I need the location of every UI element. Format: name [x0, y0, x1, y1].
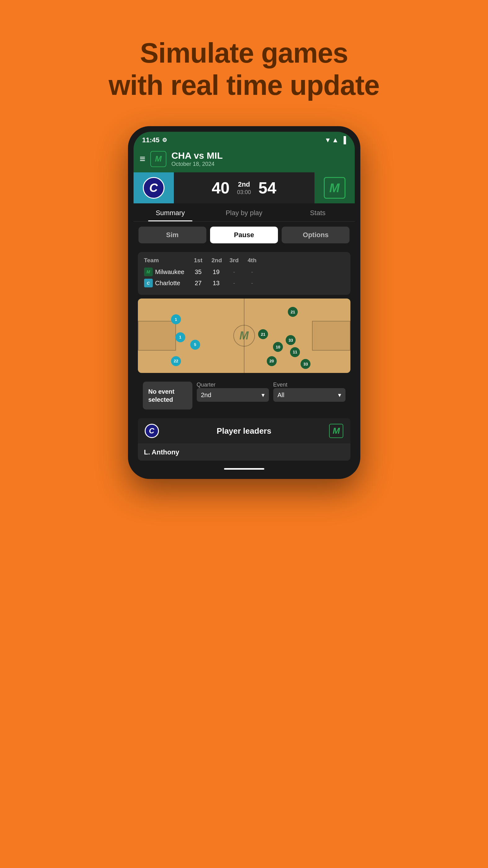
game-controls: Sim Pause Options — [134, 222, 355, 248]
header-team-logo: M — [150, 151, 166, 167]
event-select[interactable]: All ▾ — [273, 388, 346, 402]
mil-logo-leaders: M — [328, 423, 344, 439]
player-dot-cha-5[interactable]: 5 — [190, 340, 200, 350]
mil-q3: - — [230, 269, 239, 276]
sb-q4-header: 4th — [248, 257, 257, 264]
phone-device: 11:45 ⚙ ▾ ▲ ▐ ≡ M CHA vs MIL October 18,… — [128, 126, 360, 479]
cha-q4: - — [248, 280, 257, 287]
team-b-score: 54 — [258, 179, 276, 197]
sb-q3-header: 3rd — [230, 257, 239, 264]
options-button[interactable]: Options — [282, 227, 350, 243]
mil-logo-small: M — [144, 268, 153, 276]
mil-logo-box: M — [329, 424, 343, 438]
match-info: CHA vs MIL October 18, 2024 — [171, 150, 223, 167]
battery-icon: ▐ — [341, 136, 346, 144]
home-bar — [224, 468, 264, 470]
player-dot-cha-22[interactable]: 22 — [171, 356, 181, 366]
player-dot-mil-33a[interactable]: 33 — [286, 335, 296, 345]
no-event-box: No event selected — [143, 382, 192, 409]
event-filter-item: Event All ▾ — [273, 382, 346, 402]
headline-line2: with real time update — [108, 69, 379, 102]
player-dot-cha-1b[interactable]: 1 — [175, 332, 185, 342]
sb-row-charlotte: C Charlotte 27 13 - - — [144, 279, 344, 287]
app-header: ≡ M CHA vs MIL October 18, 2024 — [134, 147, 355, 173]
settings-icon: ⚙ — [162, 137, 167, 144]
player-leaders-title: Player leaders — [217, 426, 271, 436]
player-leaders-header: C Player leaders M — [138, 418, 351, 444]
team-a-score: 40 — [212, 179, 230, 197]
signal-icon: ▲ — [332, 136, 339, 144]
quarter-chevron-icon: ▾ — [261, 391, 265, 399]
player-name-anthony: L. Anthony — [144, 448, 180, 456]
player-dot-mil-21b[interactable]: 21 — [258, 329, 268, 339]
event-chevron-icon: ▾ — [338, 391, 341, 399]
player-dot-cha-1a[interactable]: 1 — [171, 314, 181, 324]
team-b-logo: M — [315, 173, 355, 204]
score-section: C 40 2nd 03:00 54 M — [134, 173, 355, 204]
status-time: 11:45 — [142, 136, 160, 144]
filter-row: Quarter 2nd ▾ Event All ▾ — [197, 382, 346, 402]
quarter-filter: Quarter 2nd ▾ — [197, 382, 269, 402]
phone-screen: 11:45 ⚙ ▾ ▲ ▐ ≡ M CHA vs MIL October 18,… — [134, 132, 355, 473]
cha-logo-leaders: C — [144, 423, 160, 439]
player-dot-mil-33b[interactable]: 33 — [300, 359, 311, 369]
tab-play-by-play[interactable]: Play by play — [207, 204, 281, 221]
game-clock: 03:00 — [237, 189, 251, 196]
pause-button[interactable]: Pause — [210, 227, 278, 243]
filter-group: Quarter 2nd ▾ Event All ▾ — [197, 382, 346, 402]
cha-team-name: Charlotte — [155, 280, 180, 287]
sim-button[interactable]: Sim — [138, 227, 206, 243]
cha-q2: 13 — [212, 280, 221, 287]
quarter-value: 2nd — [201, 392, 211, 399]
cha-q3: - — [230, 280, 239, 287]
sb-row-milwaukee: M Milwaukee 35 19 - - — [144, 268, 344, 276]
match-title: CHA vs MIL — [171, 150, 223, 161]
player-row-anthony: L. Anthony — [138, 444, 351, 461]
player-dot-mil-20[interactable]: 20 — [267, 356, 277, 366]
quarter-filter-label: Quarter — [197, 382, 269, 388]
player-dot-mil-21a[interactable]: 21 — [288, 307, 298, 317]
team-a-initial: C — [143, 177, 165, 199]
headline-line1: Simulate games — [108, 37, 379, 69]
home-indicator — [134, 464, 355, 473]
scoreboard-header: Team 1st 2nd 3rd 4th — [144, 257, 344, 264]
mil-q4: - — [248, 269, 257, 276]
scoreboard-table: Team 1st 2nd 3rd 4th M Milwaukee 35 19 - — [138, 252, 351, 295]
sb-team-header: Team — [144, 257, 194, 264]
quarter-select[interactable]: 2nd ▾ — [197, 388, 269, 402]
tab-summary[interactable]: Summary — [134, 204, 207, 221]
event-filter-section: No event selected Quarter 2nd ▾ Event A — [138, 377, 351, 414]
mil-team-name: Milwaukee — [155, 269, 184, 276]
sb-q2-header: 2nd — [212, 257, 221, 264]
cha-logo-circle: C — [145, 424, 159, 438]
score-display: 40 2nd 03:00 54 — [174, 179, 315, 197]
player-dot-mil-11[interactable]: 11 — [290, 347, 300, 357]
cha-logo-small: C — [144, 279, 153, 287]
court-logo: M — [239, 329, 249, 342]
mil-q1: 35 — [194, 269, 203, 276]
page-headline: Simulate games with real time update — [108, 19, 379, 101]
status-bar: 11:45 ⚙ ▾ ▲ ▐ — [134, 132, 355, 147]
tab-stats[interactable]: Stats — [281, 204, 355, 221]
team-b-initial: M — [324, 177, 346, 199]
no-event-label: No event selected — [149, 388, 187, 404]
cha-q1: 27 — [194, 280, 203, 287]
player-dot-mil-10[interactable]: 10 — [273, 342, 283, 352]
match-date: October 18, 2024 — [171, 161, 223, 167]
menu-button[interactable]: ≡ — [140, 153, 145, 165]
game-clock-info: 2nd 03:00 — [237, 180, 251, 196]
court-surface: M 1 1 5 22 21 21 10 33 11 20 33 — [138, 299, 351, 373]
wifi-icon: ▾ — [326, 136, 329, 144]
mil-q2: 19 — [212, 269, 221, 276]
left-paint — [138, 321, 176, 351]
sb-q1-header: 1st — [194, 257, 203, 264]
player-leaders-section: C Player leaders M L. Anthony — [138, 418, 351, 461]
team-a-logo: C — [134, 173, 174, 204]
quarter-label: 2nd — [237, 180, 251, 188]
event-filter-label: Event — [273, 382, 346, 388]
tab-bar: Summary Play by play Stats — [134, 204, 355, 222]
event-value: All — [278, 392, 285, 399]
right-paint — [312, 321, 350, 351]
court-visualization: M 1 1 5 22 21 21 10 33 11 20 33 — [138, 299, 351, 373]
